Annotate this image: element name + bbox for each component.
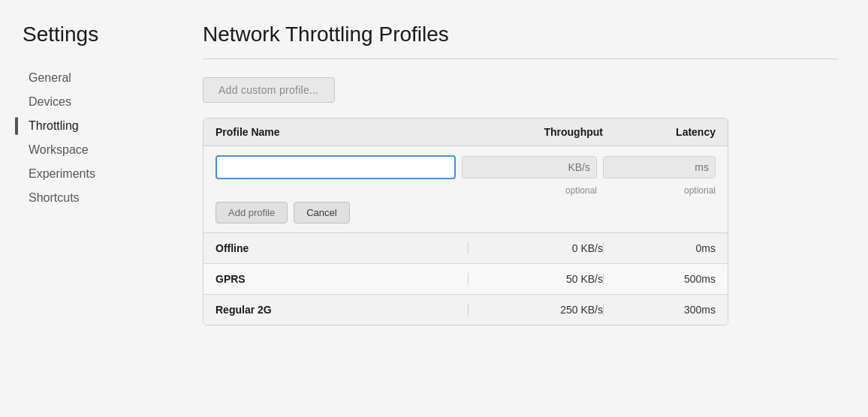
throughput-optional-label: optional [462, 185, 597, 196]
sidebar-item-workspace-link[interactable]: Workspace [23, 140, 158, 160]
sidebar-item-general[interactable]: General [23, 68, 158, 88]
add-profile-inputs [215, 155, 716, 179]
row-throughput-offline: 0 KB/s [468, 242, 603, 254]
sidebar-item-shortcuts-link[interactable]: Shortcuts [23, 188, 158, 208]
sidebar-item-workspace[interactable]: Workspace [23, 140, 158, 160]
latency-input[interactable] [603, 156, 716, 178]
throughput-input[interactable] [462, 156, 597, 178]
sidebar-title: Settings [23, 22, 158, 46]
row-latency-offline: 0ms [603, 242, 716, 254]
sidebar-item-devices-link[interactable]: Devices [23, 92, 158, 112]
sidebar-item-shortcuts[interactable]: Shortcuts [23, 188, 158, 208]
divider [203, 58, 838, 59]
cancel-button[interactable]: Cancel [294, 202, 349, 224]
sidebar-item-throttling[interactable]: Throttling [23, 116, 158, 136]
row-latency-gprs: 500ms [603, 273, 716, 285]
sidebar-nav: General Devices Throttling Workspace Exp… [23, 68, 158, 208]
table-row: Regular 2G 250 KB/s 300ms [203, 295, 728, 325]
row-name-regular2g: Regular 2G [215, 304, 468, 316]
sidebar-item-throttling-link[interactable]: Throttling [23, 116, 158, 136]
row-throughput-gprs: 50 KB/s [468, 273, 603, 285]
add-custom-profile-button[interactable]: Add custom profile... [203, 77, 335, 103]
page-title: Network Throttling Profiles [203, 22, 838, 46]
column-header-name: Profile Name [215, 126, 468, 138]
column-header-throughput: Throughput [468, 126, 603, 138]
add-profile-row: optional optional Add profile Cancel [203, 146, 728, 233]
profiles-table: Profile Name Throughput Latency optional… [203, 118, 728, 326]
sidebar: Settings General Devices Throttling Work… [0, 0, 173, 417]
optional-labels: optional optional [215, 185, 716, 196]
add-profile-button[interactable]: Add profile [215, 202, 288, 224]
sidebar-item-experiments-link[interactable]: Experiments [23, 164, 158, 184]
row-name-gprs: GPRS [215, 273, 468, 285]
row-name-offline: Offline [215, 242, 468, 254]
profile-name-input[interactable] [215, 155, 456, 179]
column-header-latency: Latency [603, 126, 716, 138]
main-content: Network Throttling Profiles Add custom p… [173, 0, 868, 417]
table-row: Offline 0 KB/s 0ms [203, 233, 728, 264]
table-header: Profile Name Throughput Latency [203, 118, 728, 146]
latency-optional-label: optional [603, 185, 716, 196]
sidebar-item-devices[interactable]: Devices [23, 92, 158, 112]
sidebar-item-general-link[interactable]: General [23, 68, 158, 88]
action-buttons: Add profile Cancel [215, 202, 716, 224]
row-latency-regular2g: 300ms [603, 304, 716, 316]
table-row: GPRS 50 KB/s 500ms [203, 264, 728, 295]
row-throughput-regular2g: 250 KB/s [468, 304, 603, 316]
sidebar-item-experiments[interactable]: Experiments [23, 164, 158, 184]
